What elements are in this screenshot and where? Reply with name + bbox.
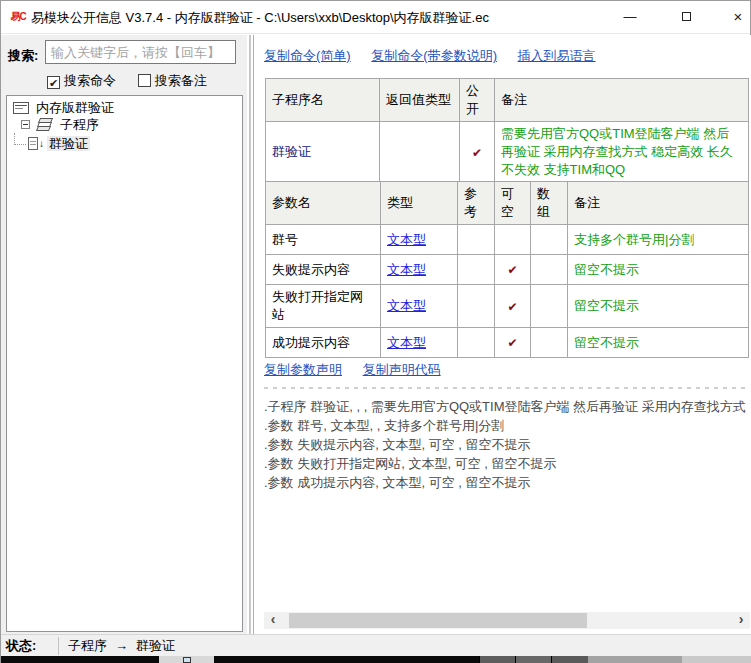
arrow-right-icon: → <box>115 638 128 653</box>
copy-command-simple-link[interactable]: 复制命令(简单) <box>264 48 351 63</box>
table-row: 成功提示内容 文本型 ✔ 留空不提示 <box>266 328 749 358</box>
param-ref-cell <box>458 328 495 358</box>
param-name: 群号 <box>266 225 381 255</box>
code-line: .参数 群号, 文本型, , 支持多个群号用|分割 <box>264 416 750 435</box>
table-row: 失败打开指定网站 文本型 ✔ 留空不提示 <box>266 285 749 328</box>
col-array: 数组 <box>531 182 568 225</box>
param-name: 成功提示内容 <box>266 328 381 358</box>
tree-leaf-label: 群验证 <box>47 136 90 151</box>
horizontal-scrollbar[interactable]: ‹ › <box>264 612 750 629</box>
panel-splitter[interactable] <box>249 35 251 634</box>
nullable-check-icon: ✔ <box>507 300 517 314</box>
param-type-link[interactable]: 文本型 <box>387 298 426 313</box>
close-button[interactable]: × <box>715 1 751 33</box>
tree-group-label: 子程序 <box>58 117 101 132</box>
nullable-check-icon: ✔ <box>507 263 517 277</box>
scroll-right-arrow-icon[interactable]: › <box>732 612 750 629</box>
declaration-code-block: .子程序 群验证, , , 需要先用官方QQ或TIM登陆客户端 然后再验证 采用… <box>264 397 750 492</box>
col-byref: 参考 <box>458 182 495 225</box>
tree-node-command[interactable]: ↓群验证 <box>7 133 242 150</box>
checkbox-unchecked-icon <box>138 74 151 87</box>
search-commands-label: 搜索命令 <box>64 73 116 88</box>
subroutine-table: 子程序名 返回值类型 公开 备注 群验证 ✔ 需要先用官方QQ或TIM登陆客户端… <box>265 78 749 183</box>
param-type-link[interactable]: 文本型 <box>387 335 426 350</box>
left-panel: 搜索: ✔搜索命令 搜索备注 内存版群验证 子程序 ↓群验证 <box>1 35 247 634</box>
taskbar-region <box>588 656 682 663</box>
param-name: 失败打开指定网站 <box>266 285 381 328</box>
tree-node-module-root[interactable]: 内存版群验证 <box>7 99 242 116</box>
public-check-icon: ✔ <box>472 146 482 160</box>
table-row: 群号 文本型 支持多个群号用|分割 <box>266 225 749 255</box>
table-row: 失败提示内容 文本型 ✔ 留空不提示 <box>266 255 749 285</box>
code-line: .参数 失败提示内容, 文本型, 可空 , 留空不提示 <box>264 435 750 454</box>
param-ref-cell <box>458 255 495 285</box>
taskbar-sliver <box>1 656 751 663</box>
code-line: .参数 失败打开指定网站, 文本型, 可空 , 留空不提示 <box>264 454 750 473</box>
document-arrow-icon: ↓ <box>28 137 43 150</box>
copy-param-declaration-link[interactable]: 复制参数声明 <box>264 362 342 377</box>
param-remark: 支持多个群号用|分割 <box>574 232 694 247</box>
status-divider <box>58 637 59 655</box>
param-array-cell <box>531 285 568 328</box>
collapse-expander-icon[interactable] <box>21 120 30 129</box>
subroutine-remark: 需要先用官方QQ或TIM登陆客户端 然后再验证 采用内存查找方式 稳定高效 长久… <box>501 126 733 177</box>
layers-icon <box>36 118 53 131</box>
return-type-cell <box>380 122 460 183</box>
minimize-button[interactable]: — <box>607 1 653 33</box>
param-ref-cell <box>458 225 495 255</box>
param-ref-cell <box>458 285 495 328</box>
window-title: 易模块公开信息 V3.7.4 - 内存版群验证 - C:\Users\xxb\D… <box>31 9 489 27</box>
subroutine-table-header: 子程序名 返回值类型 公开 备注 <box>266 79 749 122</box>
taskbar-region <box>682 656 751 663</box>
taskbar-tile <box>479 656 515 663</box>
code-line: .子程序 群验证, , , 需要先用官方QQ或TIM登陆客户端 然后再验证 采用… <box>264 397 750 416</box>
scroll-left-arrow-icon[interactable]: ‹ <box>264 612 282 629</box>
module-tree: 内存版群验证 子程序 ↓群验证 <box>6 95 243 632</box>
col-return-type: 返回值类型 <box>380 79 460 122</box>
col-remark: 备注 <box>495 79 749 122</box>
param-remark: 留空不提示 <box>574 298 639 313</box>
app-icon: 易C <box>9 9 27 25</box>
param-name: 失败提示内容 <box>266 255 381 285</box>
taskbar-window-icon <box>183 657 191 663</box>
module-icon <box>13 102 29 114</box>
insert-to-elang-link[interactable]: 插入到易语言 <box>518 48 596 63</box>
status-crumb-group: 子程序 <box>68 638 107 653</box>
col-param-name: 参数名 <box>266 182 381 225</box>
parameter-table: 参数名 类型 参考 可空 数组 备注 群号 文本型 支持多个群号用|分割 失败提… <box>265 181 749 358</box>
param-array-cell <box>531 328 568 358</box>
search-label: 搜索: <box>8 47 38 65</box>
tree-root-label: 内存版群验证 <box>34 100 116 115</box>
command-links: 复制命令(简单) 复制命令(带参数说明) 插入到易语言 <box>264 47 613 65</box>
maximize-button[interactable] <box>663 1 709 33</box>
param-type-link[interactable]: 文本型 <box>387 232 426 247</box>
table-row: 群验证 ✔ 需要先用官方QQ或TIM登陆客户端 然后再验证 采用内存查找方式 稳… <box>266 122 749 183</box>
col-sub-name: 子程序名 <box>266 79 380 122</box>
nullable-check-icon: ✔ <box>507 336 517 350</box>
col-param-remark: 备注 <box>568 182 749 225</box>
search-commands-checkbox[interactable]: ✔搜索命令 <box>47 72 116 90</box>
param-type-link[interactable]: 文本型 <box>387 262 426 277</box>
maximize-icon <box>682 12 691 21</box>
search-input[interactable] <box>45 40 236 64</box>
copy-declaration-code-link[interactable]: 复制声明代码 <box>363 362 441 377</box>
status-crumb-leaf: 群验证 <box>136 638 175 653</box>
status-bar: 状态: 子程序→群验证 <box>1 634 751 656</box>
status-breadcrumb: 子程序→群验证 <box>68 635 175 656</box>
dotted-separator <box>264 387 746 389</box>
copy-command-with-params-link[interactable]: 复制命令(带参数说明) <box>371 48 497 63</box>
param-remark: 留空不提示 <box>574 335 639 350</box>
col-nullable: 可空 <box>495 182 531 225</box>
title-bar: 易C 易模块公开信息 V3.7.4 - 内存版群验证 - C:\Users\xx… <box>1 1 750 34</box>
col-public: 公开 <box>460 79 495 122</box>
search-remarks-label: 搜索备注 <box>155 73 207 88</box>
param-array-cell <box>531 255 568 285</box>
tree-node-subroutines[interactable]: 子程序 <box>7 116 242 133</box>
scrollbar-thumb[interactable] <box>289 613 587 628</box>
param-array-cell <box>531 225 568 255</box>
status-label: 状态: <box>6 635 36 656</box>
checkbox-checked-icon: ✔ <box>47 76 60 89</box>
detail-panel: 复制命令(简单) 复制命令(带参数说明) 插入到易语言 子程序名 返回值类型 公… <box>253 35 751 634</box>
search-remarks-checkbox[interactable]: 搜索备注 <box>138 72 207 90</box>
subroutine-name[interactable]: 群验证 <box>272 144 311 159</box>
